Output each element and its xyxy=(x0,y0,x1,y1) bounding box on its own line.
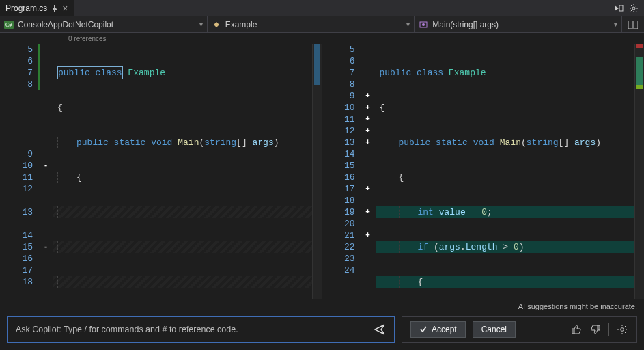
tab-bar: Program.cs × xyxy=(0,0,644,16)
breadcrumb-class-label: Example xyxy=(225,20,257,29)
file-tab[interactable]: Program.cs × xyxy=(0,0,74,16)
diff-right-pane[interactable]: 5678 910111213 14151617 181920 21222324 … xyxy=(322,33,645,299)
diff-added-marker: + xyxy=(361,90,376,102)
accept-button[interactable]: Accept xyxy=(410,321,466,338)
thumbs-down-icon[interactable] xyxy=(589,323,602,336)
svg-point-8 xyxy=(621,328,624,332)
codelens-references[interactable]: 0 references xyxy=(0,33,322,44)
tabbar-spacer xyxy=(74,0,608,16)
diff-left-pane[interactable]: 0 references 5678 9101112 13 1415161718 … xyxy=(0,33,322,299)
close-icon[interactable]: × xyxy=(62,3,68,13)
breadcrumb-project-label: ConsoleAppDotNetCopilot xyxy=(18,20,113,29)
method-icon xyxy=(419,21,428,29)
gear-icon[interactable] xyxy=(616,323,628,336)
diff-removed-marker: - xyxy=(38,160,53,172)
cancel-button[interactable]: Cancel xyxy=(473,321,516,338)
ai-warning: AI suggestions might be inaccurate. xyxy=(0,299,644,310)
gear-icon[interactable] xyxy=(629,3,639,13)
svg-rect-7 xyxy=(634,21,638,29)
send-icon[interactable] xyxy=(374,323,386,336)
pin-icon[interactable] xyxy=(51,5,58,12)
divider xyxy=(608,323,609,336)
svg-rect-0 xyxy=(619,5,623,11)
svg-point-5 xyxy=(422,23,425,26)
added-line: int value = 0; xyxy=(376,206,635,218)
svg-point-1 xyxy=(632,7,635,10)
thumbs-up-icon[interactable] xyxy=(570,323,583,336)
diff-margin-left: - - xyxy=(38,44,53,299)
diff-editor: 0 references 5678 9101112 13 1415161718 … xyxy=(0,33,644,299)
tab-title: Program.cs xyxy=(5,3,47,13)
code-left[interactable]: public class Example { public static voi… xyxy=(53,44,312,299)
chevron-down-icon: ▾ xyxy=(199,21,203,28)
diff-margin-right: + + + + + + + + xyxy=(361,44,376,299)
svg-rect-6 xyxy=(628,21,632,29)
overview-ruler-right[interactable] xyxy=(634,44,644,299)
tabbar-corner xyxy=(608,0,644,16)
chevron-down-icon: ▾ xyxy=(614,21,617,28)
split-icon[interactable] xyxy=(626,21,640,29)
breadcrumb-project[interactable]: C# ConsoleAppDotNetCopilot ▾ xyxy=(4,16,208,32)
copilot-placeholder: Ask Copilot: Type / for commands and # t… xyxy=(16,325,238,334)
csharp-file-icon: C# xyxy=(4,21,14,29)
preview-icon[interactable] xyxy=(614,3,624,13)
breadcrumb-method[interactable]: Main(string[] args) ▾ xyxy=(419,16,622,32)
line-numbers-right: 5678 910111213 14151617 181920 21222324 xyxy=(322,44,361,299)
class-icon xyxy=(212,21,221,29)
svg-text:C#: C# xyxy=(5,22,12,28)
breadcrumb-method-label: Main(string[] args) xyxy=(432,20,499,29)
diff-removed-marker: - xyxy=(38,241,53,253)
overview-ruler-left[interactable] xyxy=(312,44,322,299)
copilot-actions: Accept Cancel xyxy=(402,316,637,343)
code-right[interactable]: public class Example { public static voi… xyxy=(376,44,635,299)
breadcrumb-bar: C# ConsoleAppDotNetCopilot ▾ Example ▾ M… xyxy=(0,16,644,33)
chevron-down-icon: ▾ xyxy=(406,21,410,28)
line-numbers-left: 5678 9101112 13 1415161718 xyxy=(0,44,38,299)
copilot-panel: AI suggestions might be inaccurate. Ask … xyxy=(0,299,644,350)
breadcrumb-class[interactable]: Example ▾ xyxy=(212,16,415,32)
copilot-input[interactable]: Ask Copilot: Type / for commands and # t… xyxy=(7,316,395,343)
